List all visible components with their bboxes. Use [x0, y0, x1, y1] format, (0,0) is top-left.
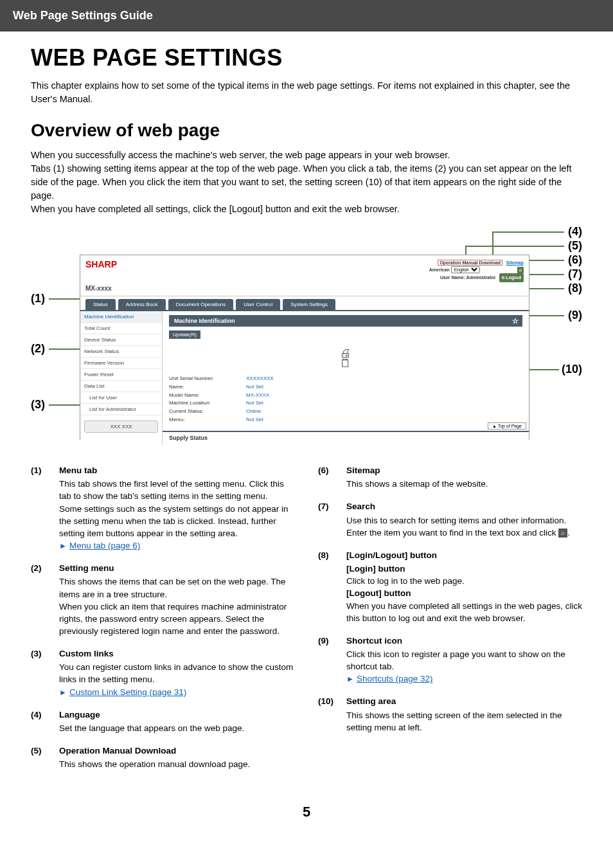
desc-2-num: (2) [31, 562, 53, 574]
tab-bar: Status Address Book Document Operations … [80, 296, 529, 311]
link-custom-link-setting[interactable]: Custom Link Setting (page 31) [69, 687, 186, 697]
search-icon[interactable]: ⌕ [517, 267, 524, 273]
side-item-data-list[interactable]: Data List [80, 381, 162, 392]
page-title: WEB PAGE SETTINGS [31, 44, 582, 71]
desc-8-title: [Login/Logout] button [346, 549, 437, 561]
tab-user-control[interactable]: User Control [236, 299, 280, 310]
callout-5-label: (5) [568, 239, 582, 252]
desc-5-body1: This shows the operation manual download… [59, 758, 295, 770]
description-columns: (1)Menu tab This tab shows the first lev… [31, 464, 582, 781]
desc-10-num: (10) [318, 695, 340, 707]
desc-1-body1: This tab shows the first level of the se… [59, 478, 295, 502]
desc-1-num: (1) [31, 464, 53, 476]
desc-6-num: (6) [318, 464, 340, 476]
callout-6-label: (6) [568, 253, 582, 266]
update-button[interactable]: Update(R) [169, 330, 200, 339]
desc-3-body1: You can register custom links in advance… [59, 661, 295, 685]
top-of-page-button[interactable]: ▲ Top of Page [488, 422, 526, 429]
desc-9-num: (9) [318, 635, 340, 647]
callout-4-label: (4) [568, 225, 582, 238]
sitemap-link[interactable]: Sitemap [506, 260, 524, 265]
callout-3: (3) [31, 398, 45, 411]
overview-p1: When you successfully access the machine… [31, 149, 582, 162]
value-location: Not Set [246, 399, 274, 408]
arrow-icon: ► [59, 541, 67, 550]
callout-10-label: (10) [562, 363, 582, 375]
desc-3-num: (3) [31, 647, 53, 660]
desc-7-title: Search [346, 500, 375, 512]
desc-7-num: (7) [318, 500, 340, 512]
desc-1-linkline: ►Menu tab (page 6) [59, 539, 295, 552]
magnifier-icon: ⌕ [558, 529, 567, 538]
label-status: Current Status: [169, 408, 246, 416]
callout-4: (4) [568, 225, 582, 239]
overview-block: When you successfully access the machine… [31, 149, 582, 216]
side-item-network-status[interactable]: Network Status [80, 346, 162, 357]
tab-system-settings[interactable]: System Settings [283, 299, 335, 310]
callout-10: (10) [562, 363, 582, 376]
page-number: 5 [31, 804, 582, 820]
desc-5: (5)Operation Manual Download This shows … [31, 745, 295, 770]
callout-9: (9) [568, 309, 582, 322]
desc-1-title: Menu tab [59, 464, 97, 476]
desc-2-body1: This shows the items that can be set on … [59, 575, 295, 600]
value-memo: Not Set [246, 416, 274, 424]
desc-6-body1: This shows a sitemap of the website. [346, 478, 582, 490]
desc-1: (1)Menu tab This tab shows the first lev… [31, 464, 295, 552]
desc-4-title: Language [59, 709, 100, 721]
arrow-icon: ► [346, 674, 354, 683]
main-panel-title: Machine Identification [174, 318, 235, 324]
language-select[interactable]: English [451, 266, 480, 273]
custom-link-button[interactable]: XXX XXX [84, 420, 158, 433]
overview-p2: Tabs (1) showing setting items appear at… [31, 162, 582, 203]
desc-8-num: (8) [318, 549, 340, 561]
logout-button[interactable]: ⎋ Logout [499, 273, 524, 282]
tab-document-operations[interactable]: Document Operations [168, 299, 234, 310]
side-menu: Machine Identification Total Count Devic… [80, 311, 163, 445]
callout-6: (6) [568, 253, 582, 267]
desc-10: (10)Setting area This shows the setting … [318, 695, 582, 733]
desc-8-logout-title: [Logout] button [346, 587, 582, 599]
desc-9-body1: Click this icon to register a page you w… [346, 648, 582, 673]
link-shortcuts[interactable]: Shortcuts (page 32) [357, 674, 433, 683]
desc-6: (6)Sitemap This shows a sitemap of the w… [318, 464, 582, 490]
tab-address-book[interactable]: Address Book [118, 299, 166, 310]
star-icon[interactable]: ☆ [512, 317, 519, 325]
side-item-power-reset[interactable]: Power Reset [80, 369, 162, 381]
main-panel: Machine Identification ☆ Update(R) 🖨🗒 Un… [163, 311, 529, 445]
desc-1-body2: Some settings such as the system setting… [59, 503, 295, 539]
side-item-list-for-user[interactable]: List for User [80, 392, 162, 404]
callout-9-label: (9) [568, 309, 582, 321]
download-link[interactable]: Operation Manual Download [438, 260, 502, 266]
model-name: MX-xxxx [80, 285, 529, 296]
callout-7: (7) [568, 267, 582, 281]
header-bar: Web Page Settings Guide [0, 0, 613, 32]
side-item-total-count[interactable]: Total Count [80, 323, 162, 334]
header-title: Web Page Settings Guide [13, 9, 153, 22]
username-label: User Name: [440, 275, 466, 280]
desc-4-num: (4) [31, 709, 53, 721]
printer-icon: 🖨🗒 [169, 348, 522, 368]
desc-2-title: Setting menu [59, 562, 114, 574]
desc-2-body2: When you click an item that requires mac… [59, 601, 295, 637]
desc-4-body1: Set the language that appears on the web… [59, 722, 295, 734]
screenshot-window: SHARP Operation Manual Download Sitemap … [80, 255, 529, 440]
value-name: Not Set [246, 383, 274, 392]
supply-status-heading: Supply Status [163, 431, 529, 441]
label-name: Name: [169, 383, 246, 392]
desc-10-body1: This shows the setting screen of the ite… [346, 709, 582, 734]
side-item-list-for-administrator[interactable]: List for Administrator [80, 404, 162, 415]
side-item-device-status[interactable]: Device Status [80, 334, 162, 346]
side-item-machine-identification[interactable]: Machine Identification [80, 311, 162, 323]
desc-4: (4)Language Set the language that appear… [31, 709, 295, 734]
side-item-firmware-version[interactable]: Firmware Version [80, 357, 162, 369]
desc-5-title: Operation Manual Download [59, 745, 176, 757]
desc-8-login-title: [Login] button [346, 563, 582, 575]
desc-6-title: Sitemap [346, 464, 380, 476]
label-serial: Unit Serial Number: [169, 375, 246, 383]
tab-status[interactable]: Status [85, 299, 116, 310]
intro-text: This chapter explains how to set some of… [31, 79, 582, 106]
content: WEB PAGE SETTINGS This chapter explains … [0, 32, 613, 846]
link-menu-tab[interactable]: Menu tab (page 6) [69, 541, 140, 550]
desc-5-num: (5) [31, 745, 53, 757]
